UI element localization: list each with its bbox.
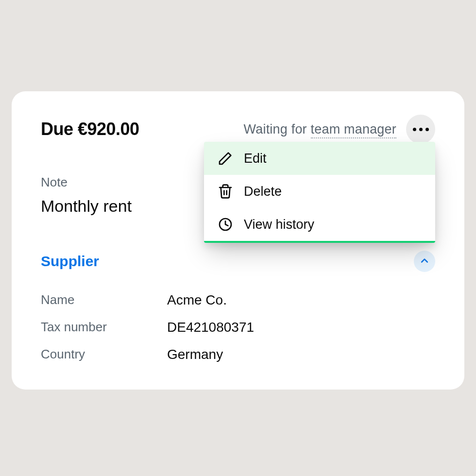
- more-options-button[interactable]: [406, 115, 435, 144]
- field-value-name: Acme Co.: [167, 292, 435, 308]
- menu-item-view-history[interactable]: View history: [204, 208, 435, 241]
- field-label-name: Name: [41, 292, 167, 308]
- due-amount: Due €920.00: [41, 119, 139, 139]
- menu-item-label: Delete: [244, 184, 282, 199]
- field-value-tax: DE421080371: [167, 320, 435, 335]
- trash-icon: [218, 184, 233, 199]
- status-prefix: Waiting for: [244, 122, 311, 136]
- supplier-section-header: Supplier: [41, 251, 435, 272]
- status-text: Waiting for team manager: [244, 122, 396, 137]
- clock-icon: [218, 217, 233, 232]
- invoice-card: Due €920.00 Waiting for team manager Not…: [12, 91, 464, 390]
- collapse-button[interactable]: [414, 251, 435, 272]
- menu-item-label: View history: [244, 217, 314, 232]
- dots-icon: [413, 128, 416, 131]
- menu-item-delete[interactable]: Delete: [204, 175, 435, 208]
- context-menu: Edit Delete View history: [204, 142, 435, 243]
- supplier-fields: Name Acme Co. Tax number DE421080371 Cou…: [41, 292, 435, 362]
- pencil-icon: [218, 151, 233, 166]
- status-wrap: Waiting for team manager: [244, 115, 435, 144]
- chevron-up-icon: [420, 256, 429, 267]
- status-role[interactable]: team manager: [311, 122, 397, 138]
- menu-item-edit[interactable]: Edit: [204, 142, 435, 175]
- field-label-country: Country: [41, 347, 167, 362]
- menu-item-label: Edit: [244, 151, 267, 166]
- field-value-country: Germany: [167, 347, 435, 362]
- field-label-tax: Tax number: [41, 320, 167, 335]
- card-header: Due €920.00 Waiting for team manager: [41, 115, 435, 144]
- supplier-title[interactable]: Supplier: [41, 253, 99, 270]
